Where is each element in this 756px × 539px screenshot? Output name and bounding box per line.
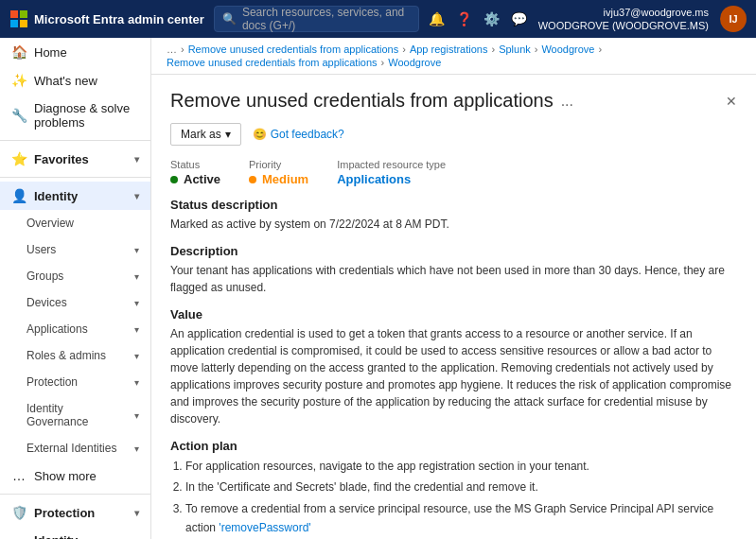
close-button[interactable]: ✕ xyxy=(726,94,737,109)
sidebar-item-favorites[interactable]: ⭐ Favorites ▾ xyxy=(0,145,150,173)
more-options-icon[interactable]: ... xyxy=(561,93,573,110)
priority-field: Priority Medium xyxy=(249,159,308,186)
sidebar-label: Roles & admins xyxy=(26,349,106,362)
description-title: Description xyxy=(170,244,737,258)
resource-type-value: Applications xyxy=(337,172,411,186)
feedback-link[interactable]: 😊 Got feedback? xyxy=(253,128,344,141)
status-row: Status Active Priority Medium Impacted r… xyxy=(170,159,737,186)
breadcrumb-item-3[interactable]: Splunk xyxy=(499,43,531,55)
ellipsis-icon: … xyxy=(11,468,26,483)
chevron-down-icon: ▾ xyxy=(134,324,139,335)
topbar-icons: 🔔 ❓ ⚙️ 💬 ivju37@woodgrove.ms WOODGROVE (… xyxy=(429,6,747,33)
global-search[interactable]: 🔍 Search resources, services, and docs (… xyxy=(214,6,419,32)
sidebar-item-external[interactable]: External Identities ▾ xyxy=(0,435,150,461)
status-value: Active xyxy=(184,172,220,186)
breadcrumb-item-5[interactable]: Remove unused credentials from applicati… xyxy=(167,57,378,68)
settings-icon[interactable]: ⚙️ xyxy=(483,11,500,26)
chevron-down-icon: ▾ xyxy=(225,128,231,141)
sidebar-item-devices[interactable]: Devices ▾ xyxy=(0,289,150,316)
sidebar-label: Identity Governance xyxy=(26,402,127,428)
status-field: Status Active xyxy=(170,159,220,186)
sidebar-item-protection-main[interactable]: 🛡️ Protection ▾ xyxy=(0,498,150,527)
description-text: Your tenant has applications with creden… xyxy=(170,262,737,296)
sidebar-item-identity[interactable]: 👤 Identity ▾ xyxy=(0,182,150,210)
feedback-icon: 😊 xyxy=(253,128,267,141)
sidebar-item-roles[interactable]: Roles & admins ▾ xyxy=(0,342,150,369)
chat-icon[interactable]: 💬 xyxy=(511,11,527,26)
sidebar-label: Diagnose & solve problems xyxy=(34,101,139,130)
question-icon[interactable]: ❓ xyxy=(456,11,472,26)
page-title: Remove unused credentials from applicati… xyxy=(170,90,554,112)
sidebar-divider xyxy=(0,140,150,141)
sidebar-item-users[interactable]: Users ▾ xyxy=(0,236,150,263)
sidebar-label: Devices xyxy=(26,296,67,309)
page-title-row: Remove unused credentials from applicati… xyxy=(170,90,737,112)
notification-icon[interactable]: 🔔 xyxy=(429,11,445,26)
sidebar-label: Show more xyxy=(34,469,97,483)
sidebar: 🏠 Home ✨ What's new 🔧 Diagnose & solve p… xyxy=(0,38,151,539)
page-body: Remove unused credentials from applicati… xyxy=(151,75,756,539)
breadcrumb-item-6[interactable]: Woodgrove xyxy=(388,57,441,68)
chevron-down-icon: ▾ xyxy=(134,154,139,165)
sidebar-label: Groups xyxy=(26,270,63,283)
breadcrumb-item-4[interactable]: Woodgrove xyxy=(541,43,594,55)
chevron-down-icon: ▾ xyxy=(134,508,139,518)
status-desc-text: Marked as active by system on 7/22/2024 … xyxy=(170,216,737,233)
sidebar-item-groups[interactable]: Groups ▾ xyxy=(0,263,150,289)
protection-icon: 🛡️ xyxy=(11,505,26,520)
sidebar-label: Home xyxy=(34,45,67,60)
breadcrumb: … › Remove unused credentials from appli… xyxy=(151,38,756,75)
active-indicator xyxy=(170,176,178,183)
description-section: Description Your tenant has applications… xyxy=(170,244,737,296)
svg-rect-2 xyxy=(10,20,18,27)
sidebar-item-diagnose[interactable]: 🔧 Diagnose & solve problems xyxy=(0,95,150,136)
chevron-down-icon: ▾ xyxy=(134,245,139,255)
diagnose-icon: 🔧 xyxy=(11,108,26,123)
mark-as-label: Mark as xyxy=(181,128,221,141)
svg-rect-1 xyxy=(20,10,27,18)
sidebar-item-home[interactable]: 🏠 Home xyxy=(0,38,150,66)
user-info: ivju37@woodgrove.ms WOODGROVE (WOODGROVE… xyxy=(538,6,709,33)
value-section: Value An application credential is used … xyxy=(170,307,737,427)
product-logo: Microsoft Entra admin center xyxy=(9,9,204,28)
svg-rect-3 xyxy=(20,20,27,27)
sidebar-label: Identity xyxy=(34,189,78,203)
sidebar-item-overview[interactable]: Overview xyxy=(0,210,150,236)
identity-icon: 👤 xyxy=(11,188,26,203)
new-icon: ✨ xyxy=(11,73,26,88)
breadcrumb-item-2[interactable]: App registrations xyxy=(410,43,488,55)
chevron-down-icon: ▾ xyxy=(134,191,139,201)
sidebar-label: Overview xyxy=(26,217,74,230)
action-item-3: To remove a credential from a service pr… xyxy=(185,499,737,538)
action-item-1: For application resources, navigate to t… xyxy=(185,457,737,476)
resource-type-field: Impacted resource type Applications xyxy=(337,159,446,186)
sidebar-divider-3 xyxy=(0,494,150,495)
user-avatar[interactable]: IJ xyxy=(720,6,747,32)
chevron-down-icon: ▾ xyxy=(134,271,139,282)
search-icon: 🔍 xyxy=(222,12,237,26)
sidebar-item-idgov[interactable]: Identity Governance ▾ xyxy=(0,395,150,435)
sidebar-label: Applications xyxy=(26,322,88,336)
action-plan-title: Action plan xyxy=(170,439,737,453)
sidebar-item-idgov-main[interactable]: 📋 Identity Governance ▾ xyxy=(0,527,150,539)
sidebar-label: Protection xyxy=(26,375,78,389)
breadcrumb-item-1[interactable]: Remove unused credentials from applicati… xyxy=(188,43,399,55)
value-title: Value xyxy=(170,307,737,322)
status-description-section: Status description Marked as active by s… xyxy=(170,198,737,233)
sidebar-item-applications[interactable]: Applications ▾ xyxy=(0,316,150,342)
sidebar-label: What's new xyxy=(34,74,97,88)
chevron-down-icon: ▾ xyxy=(134,410,139,421)
chevron-down-icon: ▾ xyxy=(134,377,139,388)
mark-as-button[interactable]: Mark as ▾ xyxy=(170,123,241,146)
sidebar-item-showmore[interactable]: … Show more xyxy=(0,461,150,490)
sidebar-label: External Identities xyxy=(26,442,116,455)
remove-password-link[interactable]: 'removePassword' xyxy=(219,521,310,534)
home-icon: 🏠 xyxy=(11,44,26,60)
breadcrumb-ellipsis[interactable]: … xyxy=(167,43,177,55)
sidebar-item-whatsnew[interactable]: ✨ What's new xyxy=(0,66,150,95)
priority-indicator xyxy=(249,176,256,183)
priority-value: Medium xyxy=(262,172,308,186)
sidebar-item-protection[interactable]: Protection ▾ xyxy=(0,369,150,395)
action-plan-section: Action plan For application resources, n… xyxy=(170,439,737,538)
status-desc-title: Status description xyxy=(170,198,737,212)
